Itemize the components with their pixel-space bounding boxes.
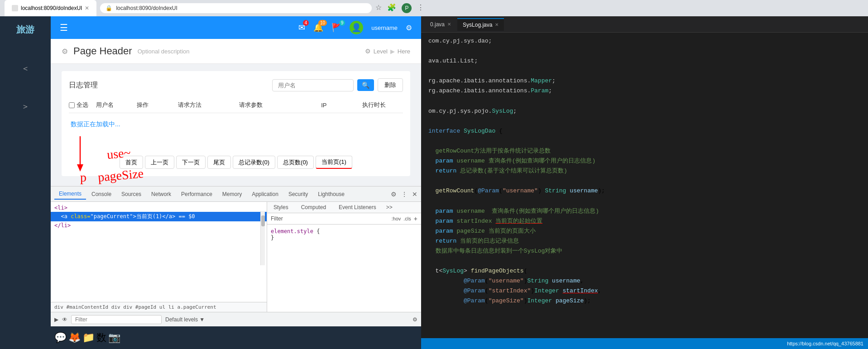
ide-line-17 [421,196,868,206]
current-page-btn[interactable]: 当前页(1) [316,156,352,169]
total-records-btn[interactable]: 总记录数(0) [233,156,275,169]
styles-add[interactable]: + [414,215,417,222]
styles-cls[interactable]: .cls [403,216,411,221]
taskbar-icon-5[interactable]: 📷 [108,332,120,344]
ide-line-18: param username 查询条件(例如查询哪个用户的日志信息) [421,206,868,216]
ide-statusbar: https://blog.csdn.net/qq_43765881 [421,338,868,349]
console-default-levels[interactable]: Default levels ▼ [165,316,205,323]
css-close: } [271,234,417,241]
menu-icon[interactable]: ⋮ [417,3,424,13]
next-page-btn[interactable]: 下一页 [176,156,206,169]
security-icon: 🔒 [106,5,112,11]
tab-more[interactable]: >> [383,202,396,213]
devtools-more-icon[interactable]: ⋮ [401,191,408,198]
devtools-tab-console[interactable]: Console [87,189,116,199]
search-button[interactable]: 🔍 [357,79,374,91]
nav-right: ✉ 4 🔔 10 🚩 9 👤 [298,21,412,34]
flag-icon-wrap[interactable]: 🚩 9 [331,23,341,33]
col-time-header: 执行时长 [362,101,403,109]
bell-icon-wrap[interactable]: 🔔 10 [313,23,323,33]
devtools-tab-memory[interactable]: Memory [218,189,246,199]
bookmark-icon[interactable]: ☆ [375,3,382,13]
ide-tab-syslog-label: SysLog.java [463,22,492,28]
taskbar-icon-3[interactable]: 📁 [82,332,95,344]
col-check: 全选 [69,101,96,109]
last-page-btn[interactable]: 尾页 [207,156,231,169]
console-gear-icon[interactable]: ⚙ [412,316,417,323]
ide-tab-syslog[interactable]: SysLog.java ✕ [457,18,504,31]
dom-scrollbar[interactable] [260,211,265,265]
col-username-header: 用户名 [96,101,137,109]
devtools-tab-lighthouse[interactable]: Lighthouse [313,189,349,199]
ide-line-21: return 当前页的日志记录信息 [421,236,868,246]
ide-line-1: com.cy.pj.sys.dao; [421,36,868,46]
first-page-btn[interactable]: 首页 [120,156,143,169]
browser-toolbar-icons: ☆ 🧩 P ⋮ [375,3,424,13]
ide-line-7 [421,96,868,106]
styles-tab-bar: Styles Computed Event Listeners >> [267,202,421,213]
console-filter-input[interactable] [71,315,162,324]
dom-line-2[interactable]: <a class="pageCurrent">当前页(1)</a> == $0 [51,212,267,221]
devtools-tab-security[interactable]: Security [284,189,312,199]
tab-computed[interactable]: Computed [295,202,332,213]
ide-line-20: param pageSize 当前页的页面大小 [421,226,868,236]
taskbar-icon-4[interactable]: 数 [96,331,106,344]
page-header: ⚙ Page Header Optional description ⚙ Lev… [51,39,421,64]
sidebar-arrow-left[interactable]: ＜ [21,63,29,74]
top-nav: ☰ ✉ 4 🔔 10 🚩 9 [51,16,421,39]
statusbar-url: https://blog.csdn.net/qq_43765881 [787,341,863,346]
ide-line-27: @Param("pageSize")Integer pageSize); [421,296,868,306]
ide-line-6: rg.apache.ibatis.annotations.Param; [421,86,868,96]
content-area: 日志管理 🔍 删除 全选 [51,64,421,186]
card-actions: 🔍 删除 [272,78,403,92]
devtools-tab-performance[interactable]: Performance [177,189,217,199]
select-all-checkbox[interactable] [69,102,75,108]
sidebar: 旅游 ＜ ＞ [0,16,51,349]
profile-icon[interactable]: P [402,3,412,13]
devtools-close-icon[interactable]: ✕ [412,191,417,198]
taskbar-icon-2[interactable]: 🦊 [68,332,81,344]
dom-line-1: <li> [51,204,267,212]
devtools-tab-network[interactable]: Network [147,189,176,199]
tab-styles[interactable]: Styles [267,202,295,213]
taskbar-icon-1[interactable]: 💬 [54,332,67,344]
ide-tab-0[interactable]: 0.java ✕ [425,19,456,30]
app-main: ☰ ✉ 4 🔔 10 🚩 9 [51,16,421,349]
devtools-tab-sources[interactable]: Sources [117,189,146,199]
total-pages-btn[interactable]: 总页数(0) [277,156,314,169]
devtools-tab-application[interactable]: Application [247,189,283,199]
ide-line-11 [421,136,868,146]
tab-event-listeners[interactable]: Event Listeners [332,202,383,213]
nav-hamburger[interactable]: ☰ [60,22,68,33]
console-expand-icon[interactable]: ▶ [54,316,58,323]
share-icon[interactable]: ⚙ [406,24,412,32]
tab-close-icon[interactable]: ✕ [85,5,89,11]
table-header: 全选 用户名 操作 请求方法 请求参数 IP 执行时长 [69,97,403,113]
browser-address-bar[interactable]: 🔒 localhost:8090/doIndexUI [100,3,372,13]
search-input[interactable] [272,79,354,91]
select-all-label: 全选 [77,101,88,109]
ide-tab-syslog-close[interactable]: ✕ [495,22,499,27]
sidebar-arrow-down[interactable]: ＞ [21,101,29,112]
delete-button[interactable]: 删除 [378,78,403,92]
ide-line-9 [421,116,868,126]
devtools-content: <li> <a class="pageCurrent">当前页(1)</a> =… [51,202,421,312]
browser-tab[interactable]: localhost:8090/doIndexUI ✕ [5,0,96,16]
mail-icon-wrap[interactable]: ✉ 4 [298,23,305,33]
dom-content: <li> <a class="pageCurrent">当前页(1)</a> =… [51,202,267,302]
styles-hov[interactable]: :hov [392,216,401,221]
devtools-gear-icon[interactable]: ⚙ [391,191,397,198]
console-eye-icon[interactable]: 👁 [62,316,67,323]
ide-line-23 [421,256,868,266]
ide-tab-0-close[interactable]: ✕ [447,22,451,27]
ide-tabbar: 0.java ✕ SysLog.java ✕ [421,16,868,33]
prev-page-btn[interactable]: 上一页 [145,156,174,169]
ide-line-14: return 总记录数(基于这个结果可以计算总页数) [421,166,868,176]
col-params-header: 请求参数 [239,101,321,109]
user-avatar[interactable]: 👤 [350,21,363,34]
devtools-tab-elements[interactable]: Elements [54,189,86,200]
extension-icon[interactable]: 🧩 [387,3,396,13]
ide-line-2 [421,46,868,56]
ide-line-26: @Param("startIndex")Integer startIndex, [421,286,868,296]
nav-username[interactable]: username [371,24,398,31]
